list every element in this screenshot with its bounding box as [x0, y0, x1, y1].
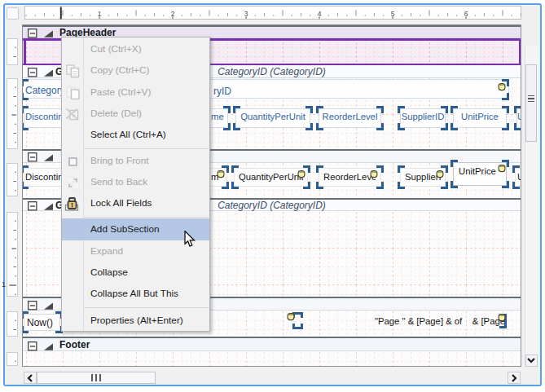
svg-text:5: 5: [391, 10, 395, 18]
svg-text:3: 3: [244, 10, 248, 18]
svg-text:1: 1: [98, 10, 102, 18]
svg-text:2: 2: [171, 10, 175, 18]
svg-text:4: 4: [318, 10, 322, 18]
svg-text:6: 6: [464, 10, 468, 18]
